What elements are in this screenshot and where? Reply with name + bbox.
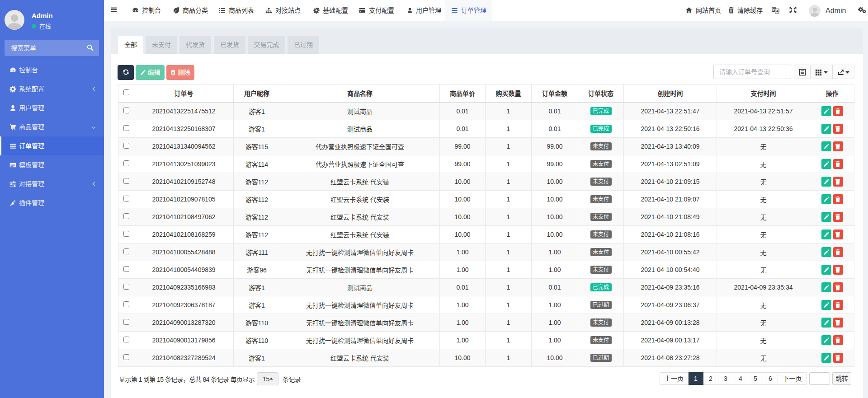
svg-text:A: A xyxy=(776,9,778,13)
